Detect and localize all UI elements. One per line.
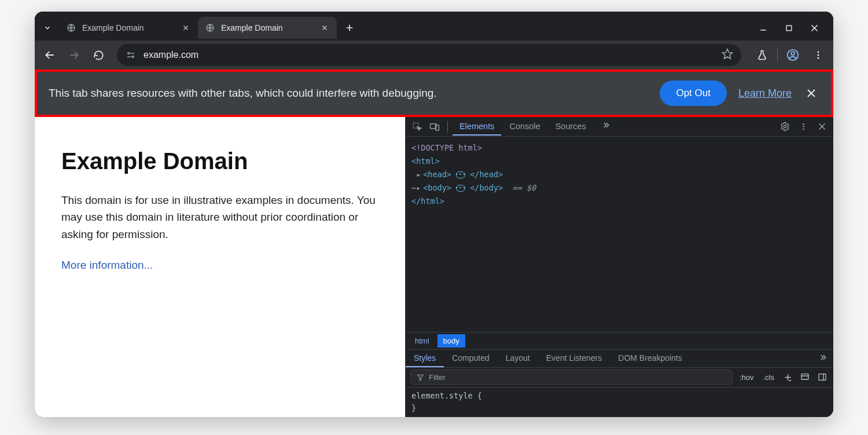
dom-html-open: <html> (411, 156, 440, 166)
svg-point-14 (128, 53, 130, 54)
devtools-menu-button[interactable] (795, 119, 811, 135)
close-window-button[interactable] (809, 23, 819, 33)
svg-rect-9 (786, 25, 792, 31)
element-style-close: } (411, 402, 827, 415)
device-toolbar-button[interactable] (426, 119, 443, 135)
elements-tree[interactable]: <!DOCTYPE html> <html> ▸<head> ••• </hea… (406, 137, 833, 332)
svg-point-23 (818, 57, 819, 59)
svg-point-29 (784, 125, 786, 127)
bookmark-button[interactable] (722, 48, 733, 62)
maximize-button[interactable] (784, 23, 794, 33)
address-bar[interactable]: example.com (117, 44, 741, 66)
elements-breadcrumb: html body (406, 332, 833, 349)
user-icon (786, 49, 799, 61)
expand-triangle-icon[interactable]: ▸ (416, 168, 423, 181)
inspect-element-button[interactable] (409, 119, 425, 135)
learn-more-link[interactable]: Learn More (738, 87, 792, 100)
tab-search-dropdown[interactable] (39, 20, 56, 36)
kebab-icon (799, 122, 808, 131)
styles-tab-computed[interactable]: Computed (444, 350, 498, 367)
chevrons-right-icon (818, 353, 827, 362)
close-icon (182, 24, 189, 31)
minimize-icon (759, 24, 767, 32)
breadcrumb-body[interactable]: body (437, 334, 465, 348)
dom-body-close: </body> (470, 183, 503, 192)
opt-out-button[interactable]: Opt Out (660, 81, 727, 106)
hov-toggle[interactable]: :hov (737, 373, 756, 382)
browser-menu-button[interactable] (808, 45, 829, 65)
tab-title: Example Domain (82, 23, 175, 32)
tab-close-button[interactable] (181, 23, 191, 33)
experiments-button[interactable] (752, 45, 773, 65)
toolbar-separator (777, 49, 778, 61)
devtools-toolbar: Elements Console Sources (406, 117, 833, 137)
infobar-message: This tab shares resources with other tab… (49, 87, 648, 100)
new-style-rule-button[interactable] (781, 371, 794, 383)
devtools-panel: Elements Console Sources (405, 117, 833, 417)
ellipsis-icon[interactable]: ••• (456, 185, 465, 192)
styles-tab-dom-breakpoints[interactable]: DOM Breakpoints (610, 350, 690, 367)
styles-filter-input[interactable]: Filter (410, 370, 733, 385)
styles-tab-layout[interactable]: Layout (498, 350, 538, 367)
page-paragraph: This domain is for use in illustrative e… (61, 192, 378, 243)
devtools-tab-sources[interactable]: Sources (549, 118, 593, 136)
chevron-down-icon (43, 24, 52, 32)
profile-button[interactable] (782, 45, 803, 65)
devices-icon (429, 122, 440, 132)
reload-button[interactable] (88, 45, 109, 65)
styles-tabs-more[interactable] (812, 353, 833, 364)
tab-inactive[interactable]: Example Domain (59, 17, 198, 39)
devtools-tab-elements[interactable]: Elements (453, 118, 501, 136)
dom-head-close: </head> (470, 170, 503, 179)
devtools-tab-more[interactable] (594, 117, 617, 136)
close-icon (806, 88, 816, 98)
reload-icon (93, 50, 104, 61)
breadcrumb-html[interactable]: html (409, 334, 435, 348)
svg-rect-39 (801, 374, 808, 379)
content-area: Example Domain This domain is for use in… (35, 117, 833, 417)
selected-indicator-icon: ⋯ (411, 183, 416, 192)
cls-toggle[interactable]: .cls (761, 373, 777, 382)
devtools-close-button[interactable] (814, 119, 830, 135)
svg-point-22 (818, 54, 819, 56)
styles-tab-styles[interactable]: Styles (406, 350, 444, 367)
devtools-tab-console[interactable]: Console (502, 118, 547, 136)
site-settings-icon[interactable] (125, 49, 137, 61)
window-controls (758, 23, 819, 33)
tab-close-button[interactable] (319, 23, 330, 33)
debugging-infobar: This tab shares resources with other tab… (37, 72, 831, 115)
minimize-button[interactable] (758, 23, 768, 33)
new-tab-button[interactable] (340, 19, 359, 37)
styles-sidebar-toggle[interactable] (816, 371, 829, 383)
plus-icon (784, 373, 792, 382)
svg-point-20 (791, 52, 795, 55)
arrow-left-icon (44, 49, 56, 61)
back-button[interactable] (39, 45, 60, 65)
chevrons-right-icon (601, 120, 610, 130)
forward-button[interactable] (64, 45, 84, 65)
plus-icon (345, 23, 354, 32)
devtools-settings-button[interactable] (777, 119, 793, 135)
svg-rect-41 (819, 374, 826, 381)
styles-tab-event-listeners[interactable]: Event Listeners (538, 350, 610, 367)
flask-icon (756, 49, 768, 61)
svg-marker-35 (418, 375, 424, 381)
styles-body[interactable]: element.style { } (406, 388, 833, 417)
selected-element-marker: == $0 (512, 183, 536, 192)
expand-triangle-icon[interactable]: ▸ (416, 181, 423, 195)
infobar-close-button[interactable] (803, 85, 819, 101)
tab-title: Example Domain (221, 23, 314, 32)
tab-strip: Example Domain Example Domain (35, 12, 833, 41)
infobar-highlight: This tab shares resources with other tab… (35, 70, 833, 117)
svg-point-30 (803, 123, 804, 125)
funnel-icon (417, 374, 424, 381)
close-icon (818, 122, 826, 131)
dom-body-open: <body> (423, 183, 451, 192)
svg-point-16 (132, 56, 134, 58)
tab-active[interactable]: Example Domain (198, 17, 337, 39)
ellipsis-icon[interactable]: ••• (456, 171, 465, 178)
close-icon (810, 24, 819, 32)
more-information-link[interactable]: More information... (61, 259, 153, 271)
computed-styles-toggle[interactable] (799, 371, 811, 383)
close-icon (321, 24, 328, 31)
